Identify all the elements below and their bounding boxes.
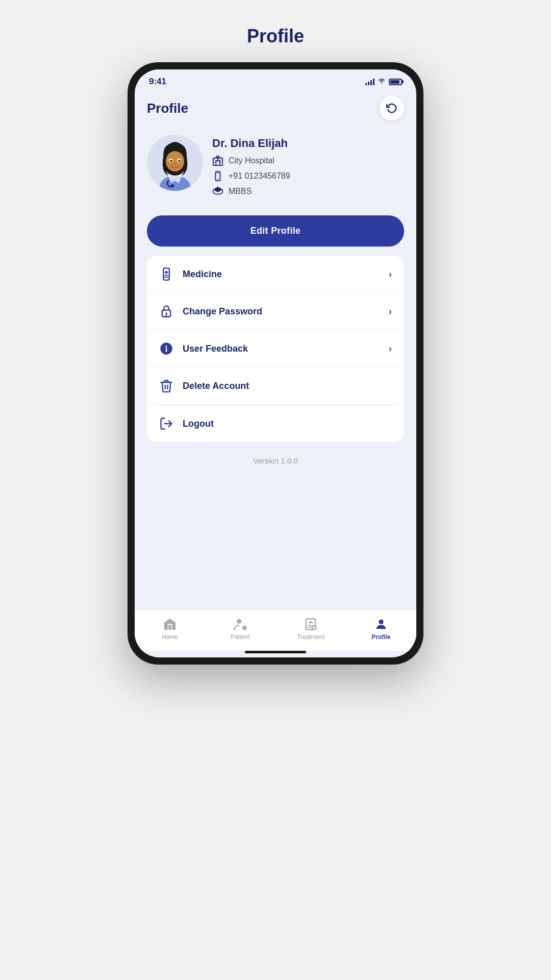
svg-rect-18	[216, 156, 219, 158]
medicine-icon	[159, 267, 173, 281]
treatment-nav-label: Treatment	[297, 633, 324, 641]
phone-frame: 9:41	[128, 62, 423, 665]
svg-point-5	[166, 151, 184, 172]
degree-row: MBBS	[212, 186, 404, 197]
svg-point-2	[171, 184, 174, 187]
svg-point-42	[379, 620, 383, 624]
user-feedback-arrow: ›	[389, 344, 392, 354]
user-feedback-label: User Feedback	[183, 344, 380, 354]
bottom-nav: Home Patient	[135, 609, 416, 651]
nav-home[interactable]: Home	[135, 617, 205, 641]
logout-label: Logout	[183, 419, 392, 429]
phone-row: +91 0123456789	[212, 170, 404, 182]
medicine-label: Medicine	[183, 269, 380, 280]
menu-card: Medicine › Change Password ›	[147, 256, 404, 442]
menu-item-delete-account[interactable]: Delete Account	[147, 368, 404, 405]
page-title: Profile	[247, 26, 304, 47]
profile-card: Dr. Dina Elijah City Hospital	[147, 130, 404, 206]
degree-icon	[212, 186, 223, 197]
refresh-icon	[386, 103, 397, 114]
home-nav-label: Home	[162, 633, 178, 641]
header-title: Profile	[147, 101, 188, 116]
menu-item-user-feedback[interactable]: User Feedback ›	[147, 330, 404, 368]
home-indicator	[245, 651, 306, 653]
status-icons	[365, 78, 402, 86]
header: Profile	[147, 96, 404, 120]
hospital-name: City Hospital	[229, 156, 274, 165]
profile-nav-label: Profile	[371, 633, 390, 641]
status-bar: 9:41	[135, 69, 416, 91]
doctor-avatar-illustration	[147, 135, 203, 191]
version-text: Version 1.0.0	[147, 451, 404, 470]
signal-icon	[365, 78, 374, 85]
avatar	[147, 135, 203, 191]
treatment-nav-icon	[304, 617, 318, 631]
lock-icon	[159, 304, 173, 318]
phone-screen: 9:41	[135, 69, 416, 657]
patient-nav-icon	[233, 617, 247, 631]
home-nav-icon	[163, 617, 177, 631]
hospital-row: City Hospital	[212, 155, 404, 166]
patient-nav-label: Patient	[231, 633, 249, 641]
svg-point-34	[237, 619, 241, 624]
phone-icon	[212, 170, 223, 182]
menu-item-medicine[interactable]: Medicine ›	[147, 256, 404, 293]
degree: MBBS	[229, 187, 252, 196]
svg-point-20	[217, 179, 218, 180]
phone-number: +91 0123456789	[229, 172, 290, 181]
change-password-label: Change Password	[183, 306, 380, 317]
nav-patient[interactable]: Patient	[205, 617, 276, 641]
hospital-icon	[212, 155, 223, 166]
nav-profile[interactable]: Profile	[346, 617, 416, 641]
trash-icon	[159, 379, 173, 393]
main-content: Profile	[135, 91, 416, 609]
svg-point-11	[180, 160, 181, 161]
battery-icon	[389, 79, 402, 85]
nav-treatment[interactable]: Treatment	[276, 617, 346, 641]
svg-point-10	[171, 160, 172, 161]
edit-profile-button[interactable]: Edit Profile	[147, 215, 404, 247]
feedback-icon	[159, 341, 173, 356]
menu-item-logout[interactable]: Logout	[147, 405, 404, 442]
status-time: 9:41	[149, 77, 166, 87]
logout-icon	[159, 416, 173, 431]
change-password-arrow: ›	[389, 306, 392, 317]
svg-point-31	[166, 346, 167, 347]
doctor-name: Dr. Dina Elijah	[212, 137, 404, 150]
delete-account-label: Delete Account	[183, 381, 392, 391]
profile-nav-icon	[374, 617, 388, 631]
menu-item-change-password[interactable]: Change Password ›	[147, 293, 404, 330]
refresh-button[interactable]	[380, 96, 404, 120]
medicine-arrow: ›	[389, 269, 392, 280]
profile-info: Dr. Dina Elijah City Hospital	[212, 135, 404, 201]
wifi-icon	[378, 78, 386, 86]
